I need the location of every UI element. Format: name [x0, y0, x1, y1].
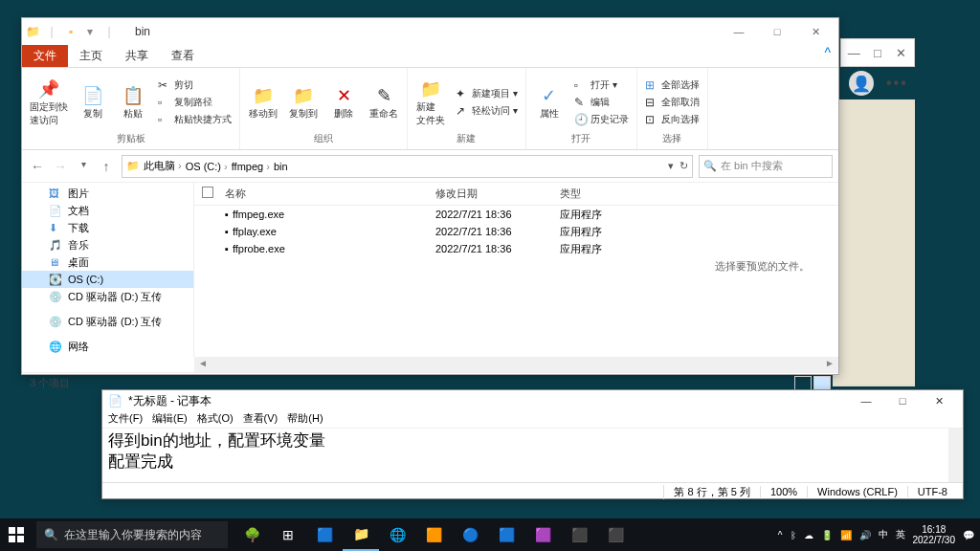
breadcrumb-osc[interactable]: OS (C:) [186, 161, 228, 172]
column-headers[interactable]: 名称 修改日期 类型 [194, 183, 838, 206]
notepad-titlebar[interactable]: 📄 *无标题 - 记事本 — □ ✕ [102, 390, 963, 411]
tray-clock[interactable]: 16:18 2022/7/30 [913, 524, 956, 545]
menu-format[interactable]: 格式(O) [197, 411, 234, 428]
copypath-button[interactable]: ▫复制路径 [156, 95, 234, 110]
address-bar[interactable]: 📁 此电脑 OS (C:) ffmpeg bin ▾↻ [122, 155, 693, 178]
tray-cloud-icon[interactable]: ☁ [804, 530, 813, 540]
tab-file[interactable]: 文件 [22, 45, 68, 67]
tray-ime-1[interactable]: 中 [879, 528, 888, 541]
sidebar-item-desktop[interactable]: 🖥桌面 [22, 253, 193, 271]
cut-button[interactable]: ✂剪切 [156, 77, 234, 93]
addr-dropdown-icon[interactable]: ▾ [668, 160, 674, 172]
copyto-button[interactable]: 📁复制到 [286, 72, 321, 132]
file-row[interactable]: ▪ffplay.exe 2022/7/21 18:36 应用程序 [194, 223, 838, 240]
menu-edit[interactable]: 编辑(E) [152, 411, 188, 428]
taskbar-photoshop[interactable]: 🟦 [488, 518, 524, 551]
refresh-button[interactable]: ↻ [679, 160, 688, 172]
taskbar-office[interactable]: 🟧 [415, 518, 452, 551]
search-input[interactable]: 🔍 在 bin 中搜索 [699, 155, 833, 178]
ribbon-collapse-icon[interactable]: ^ [816, 45, 838, 67]
tray-ime-2[interactable]: 英 [896, 528, 905, 541]
scroll-right-icon[interactable]: ► [823, 358, 836, 371]
tray-overflow-icon[interactable]: ^ [778, 530, 783, 540]
bg-minimize[interactable]: — [847, 46, 861, 60]
start-button[interactable] [0, 518, 33, 551]
tab-view[interactable]: 查看 [160, 45, 206, 67]
tray-battery-icon[interactable]: 🔋 [821, 530, 833, 540]
tab-home[interactable]: 主页 [68, 45, 114, 67]
file-list[interactable]: 名称 修改日期 类型 ▪ffmpeg.exe 2022/7/21 18:36 应… [194, 183, 838, 357]
np-maximize-button[interactable]: □ [884, 391, 921, 410]
menu-view[interactable]: 查看(V) [243, 411, 278, 428]
invertsel-button[interactable]: ⊡反向选择 [643, 112, 702, 127]
nav-up-button[interactable]: ↑ [97, 159, 116, 174]
breadcrumb-thispc[interactable]: 此电脑 [144, 159, 182, 173]
pasteshortcut-button[interactable]: ▫粘贴快捷方式 [156, 112, 234, 127]
notepad-vscrollbar[interactable] [948, 429, 962, 482]
file-row[interactable]: ▪ffmpeg.exe 2022/7/21 18:36 应用程序 [194, 206, 838, 223]
taskbar-app-3[interactable]: 🔵 [452, 518, 488, 551]
np-minimize-button[interactable]: — [848, 391, 884, 410]
col-date[interactable]: 修改日期 [435, 187, 560, 201]
tray-bluetooth-icon[interactable]: ᛒ [791, 530, 796, 540]
taskbar-onenote[interactable]: 🟪 [524, 518, 561, 551]
bg-close[interactable]: ✕ [894, 46, 908, 60]
taskbar-explorer[interactable]: 📁 [343, 518, 379, 551]
sidebar-item-cd2[interactable]: 💿CD 驱动器 (D:) 互传 [22, 313, 193, 330]
qat-icon[interactable]: ▪ [64, 25, 78, 38]
sidebar-item-documents[interactable]: 📄文档 [22, 202, 193, 219]
file-row[interactable]: ▪ffprobe.exe 2022/7/21 18:36 应用程序 [194, 240, 838, 257]
selectnone-button[interactable]: ⊟全部取消 [643, 95, 702, 110]
explorer-titlebar[interactable]: 📁 | ▪ ▾ | bin — □ ✕ [22, 18, 838, 45]
sidebar-item-cd1[interactable]: 💿CD 驱动器 (D:) 互传 [22, 288, 193, 305]
taskbar-search[interactable]: 🔍 在这里输入你要搜索的内容 [36, 521, 228, 548]
properties-button[interactable]: ✓属性 [532, 72, 567, 132]
breadcrumb-ffmpeg[interactable]: ffmpeg [232, 161, 270, 172]
taskbar-app-1[interactable]: 🌳 [234, 518, 270, 551]
horizontal-scrollbar[interactable]: ◄ ► [194, 357, 838, 372]
col-name[interactable]: 名称 [225, 187, 435, 201]
tray-volume-icon[interactable]: 🔊 [859, 530, 871, 540]
nav-back-button[interactable]: ← [28, 159, 47, 174]
close-button[interactable]: ✕ [796, 20, 835, 43]
copy-button[interactable]: 📄复制 [76, 72, 110, 132]
breadcrumb-bin[interactable]: bin [274, 161, 288, 172]
maximize-button[interactable]: □ [758, 20, 796, 43]
qat-dropdown-icon[interactable]: ▾ [83, 25, 97, 38]
edit-button[interactable]: ✎编辑 [572, 95, 631, 110]
user-avatar[interactable]: 👤 [849, 71, 874, 96]
history-button[interactable]: 🕘历史记录 [572, 112, 631, 127]
sidebar-item-osc[interactable]: 💽OS (C:) [22, 271, 193, 288]
menu-file[interactable]: 文件(F) [108, 411, 143, 428]
sidebar-item-network[interactable]: 🌐网络 [22, 338, 193, 355]
bg-maximize[interactable]: □ [871, 46, 885, 60]
menu-help[interactable]: 帮助(H) [287, 411, 323, 428]
easyaccess-button[interactable]: ↗轻松访问 ▾ [454, 103, 520, 119]
taskbar-taskview[interactable]: ⊞ [270, 518, 306, 551]
selectall-button[interactable]: ⊞全部选择 [643, 77, 702, 93]
notepad-textarea[interactable]: 得到bin的地址，配置环境变量 配置完成 [102, 429, 963, 482]
taskbar-edge[interactable]: 🌐 [379, 518, 415, 551]
minimize-button[interactable]: — [720, 20, 758, 43]
pin-button[interactable]: 📌固定到快 速访问 [28, 72, 70, 132]
taskbar-app-4[interactable]: ⬛ [561, 518, 597, 551]
newitem-button[interactable]: ✦新建项目 ▾ [454, 86, 520, 101]
delete-button[interactable]: ✕删除 [326, 72, 361, 132]
nav-forward-button[interactable]: → [51, 159, 70, 174]
sidebar-item-music[interactable]: 🎵音乐 [22, 236, 193, 253]
sidebar-item-downloads[interactable]: ⬇下载 [22, 219, 193, 236]
rename-button[interactable]: ✎重命名 [367, 72, 401, 132]
tray-wifi-icon[interactable]: 📶 [840, 530, 852, 540]
newfolder-button[interactable]: 📁新建 文件夹 [413, 72, 448, 132]
sidebar-item-pictures[interactable]: 🖼图片 [22, 185, 193, 202]
taskbar-app-5[interactable]: ⬛ [597, 518, 634, 551]
paste-button[interactable]: 📋粘贴 [116, 72, 150, 132]
col-type[interactable]: 类型 [560, 187, 831, 201]
moveto-button[interactable]: 📁移动到 [246, 72, 280, 132]
more-menu[interactable]: ••• [886, 75, 908, 92]
scroll-left-icon[interactable]: ◄ [196, 358, 210, 371]
select-all-checkbox[interactable] [202, 187, 213, 198]
np-close-button[interactable]: ✕ [921, 391, 957, 410]
nav-recent-button[interactable]: ▾ [74, 159, 93, 174]
tray-notifications-icon[interactable]: 💬 [963, 530, 974, 540]
